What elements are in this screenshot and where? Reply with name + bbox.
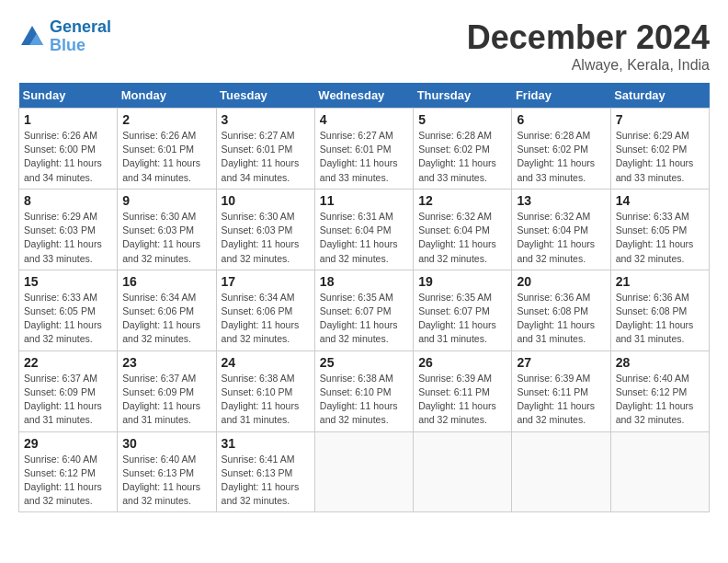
logo: General Blue [18,18,111,55]
calendar-day-cell: 23Sunrise: 6:37 AMSunset: 6:09 PMDayligh… [118,350,216,431]
empty-cell [414,431,512,512]
col-saturday: Saturday [610,83,709,109]
col-thursday: Thursday [414,83,512,109]
calendar-day-cell: 17Sunrise: 6:34 AMSunset: 6:06 PMDayligh… [216,270,314,350]
calendar-day-cell: 2Sunrise: 6:26 AMSunset: 6:01 PMDaylight… [118,109,216,190]
calendar-day-cell: 24Sunrise: 6:38 AMSunset: 6:10 PMDayligh… [216,350,314,431]
empty-cell [610,431,709,512]
calendar-day-cell: 12Sunrise: 6:32 AMSunset: 6:04 PMDayligh… [414,189,512,270]
calendar-day-cell: 7Sunrise: 6:29 AMSunset: 6:02 PMDaylight… [610,109,709,190]
empty-cell [314,431,413,512]
calendar-day-cell: 1Sunrise: 6:26 AMSunset: 6:00 PMDaylight… [19,109,118,190]
calendar-day-cell: 3Sunrise: 6:27 AMSunset: 6:01 PMDaylight… [216,109,314,190]
calendar-day-cell: 14Sunrise: 6:33 AMSunset: 6:05 PMDayligh… [610,189,709,270]
calendar-day-cell: 10Sunrise: 6:30 AMSunset: 6:03 PMDayligh… [216,189,314,270]
logo-icon [18,23,46,51]
calendar-day-cell: 6Sunrise: 6:28 AMSunset: 6:02 PMDaylight… [512,109,610,190]
calendar-day-cell: 18Sunrise: 6:35 AMSunset: 6:07 PMDayligh… [314,270,413,350]
calendar-day-cell: 9Sunrise: 6:30 AMSunset: 6:03 PMDaylight… [118,189,216,270]
calendar-day-cell: 19Sunrise: 6:35 AMSunset: 6:07 PMDayligh… [414,270,512,350]
calendar-day-cell: 30Sunrise: 6:40 AMSunset: 6:13 PMDayligh… [118,431,216,512]
calendar-day-cell: 29Sunrise: 6:40 AMSunset: 6:12 PMDayligh… [19,431,118,512]
calendar-day-cell: 26Sunrise: 6:39 AMSunset: 6:11 PMDayligh… [414,350,512,431]
calendar-day-cell: 4Sunrise: 6:27 AMSunset: 6:01 PMDaylight… [314,109,413,190]
title-block: December 2024 Alwaye, Kerala, India [467,18,710,74]
calendar-week-row: 22Sunrise: 6:37 AMSunset: 6:09 PMDayligh… [19,350,710,431]
calendar-day-cell: 20Sunrise: 6:36 AMSunset: 6:08 PMDayligh… [512,270,610,350]
calendar-week-row: 8Sunrise: 6:29 AMSunset: 6:03 PMDaylight… [19,189,710,270]
calendar-day-cell: 11Sunrise: 6:31 AMSunset: 6:04 PMDayligh… [314,189,413,270]
calendar-day-cell: 22Sunrise: 6:37 AMSunset: 6:09 PMDayligh… [19,350,118,431]
calendar-week-row: 1Sunrise: 6:26 AMSunset: 6:00 PMDaylight… [19,109,710,190]
calendar-day-cell: 28Sunrise: 6:40 AMSunset: 6:12 PMDayligh… [610,350,709,431]
col-monday: Monday [118,83,216,109]
calendar-day-cell: 21Sunrise: 6:36 AMSunset: 6:08 PMDayligh… [610,270,709,350]
calendar-day-cell: 13Sunrise: 6:32 AMSunset: 6:04 PMDayligh… [512,189,610,270]
page-header: General Blue December 2024 Alwaye, Keral… [18,18,710,74]
calendar-day-cell: 16Sunrise: 6:34 AMSunset: 6:06 PMDayligh… [118,270,216,350]
col-wednesday: Wednesday [314,83,413,109]
calendar-day-cell: 15Sunrise: 6:33 AMSunset: 6:05 PMDayligh… [19,270,118,350]
calendar-day-cell: 31Sunrise: 6:41 AMSunset: 6:13 PMDayligh… [216,431,314,512]
calendar-header-row: Sunday Monday Tuesday Wednesday Thursday… [19,83,710,109]
calendar-day-cell: 5Sunrise: 6:28 AMSunset: 6:02 PMDaylight… [414,109,512,190]
calendar-day-cell: 8Sunrise: 6:29 AMSunset: 6:03 PMDaylight… [19,189,118,270]
logo-text: General Blue [50,18,111,55]
col-tuesday: Tuesday [216,83,314,109]
calendar-table: Sunday Monday Tuesday Wednesday Thursday… [18,83,710,512]
calendar-day-cell: 27Sunrise: 6:39 AMSunset: 6:11 PMDayligh… [512,350,610,431]
calendar-day-cell: 25Sunrise: 6:38 AMSunset: 6:10 PMDayligh… [314,350,413,431]
calendar-week-row: 29Sunrise: 6:40 AMSunset: 6:12 PMDayligh… [19,431,710,512]
col-sunday: Sunday [19,83,118,109]
col-friday: Friday [512,83,610,109]
empty-cell [512,431,610,512]
month-title: December 2024 [467,18,710,57]
location: Alwaye, Kerala, India [467,57,710,74]
calendar-week-row: 15Sunrise: 6:33 AMSunset: 6:05 PMDayligh… [19,270,710,350]
